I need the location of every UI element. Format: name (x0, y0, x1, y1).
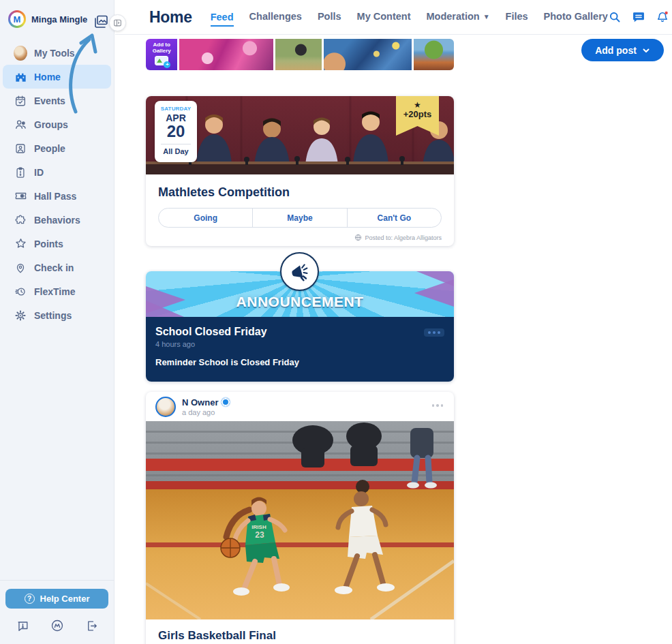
sidebar-item-hall-pass[interactable]: Hall Pass (0, 184, 114, 208)
announcement-text: Reminder School is Closed Friday (155, 357, 444, 367)
sidebar-item-my-tools[interactable]: My Tools (0, 41, 114, 65)
messages-icon[interactable] (632, 10, 645, 24)
notifications-bell-icon[interactable] (656, 10, 669, 24)
photo-gallery-icon[interactable] (93, 14, 109, 30)
megaphone-icon (280, 252, 319, 291)
rsvp-cant-go-button[interactable]: Can't Go (347, 209, 441, 227)
star-icon (14, 237, 27, 251)
brand-name: Minga Mingle (31, 14, 87, 25)
avatar[interactable] (155, 397, 176, 417)
announcement-title: School Closed Friday (155, 326, 444, 338)
post-photo-basketball[interactable]: IRISH 23 (146, 421, 454, 619)
event-photo: SATURDAY APR 20 All Day ★ +20pts (146, 96, 454, 174)
feedback-icon[interactable] (15, 618, 30, 633)
announcement-options-menu[interactable] (424, 328, 444, 337)
feed-content: Add to Gallery Add post (115, 35, 672, 644)
gear-icon (14, 309, 27, 322)
home-icon (14, 70, 27, 84)
add-to-gallery-tile[interactable]: Add to Gallery (146, 39, 177, 70)
announcement-card: ANNOUNCEMENT School Closed Friday 4 hour… (146, 271, 454, 382)
sidebar-item-flextime[interactable]: FlexTime (0, 279, 114, 303)
sidebar-collapse-button[interactable] (109, 14, 126, 31)
gallery-photo-painting[interactable] (324, 39, 412, 70)
tab-my-content[interactable]: My Content (357, 11, 411, 23)
verified-badge-icon (222, 398, 230, 406)
tab-bar: Feed Challenges Polls My Content Moderat… (211, 11, 608, 23)
sidebar-item-behaviors[interactable]: Behaviors (0, 208, 114, 232)
event-card: SATURDAY APR 20 All Day ★ +20pts Mathlet… (146, 96, 454, 246)
id-badge-icon (14, 166, 27, 179)
tab-feed[interactable]: Feed (211, 12, 234, 27)
globe-icon (354, 234, 362, 241)
event-date-badge: SATURDAY APR 20 All Day (155, 101, 197, 162)
rsvp-going-button[interactable]: Going (159, 209, 252, 227)
divider (0, 580, 114, 581)
svg-text:IRISH: IRISH (251, 524, 266, 530)
gallery-photo-party[interactable] (179, 39, 273, 70)
star-icon: ★ (396, 101, 439, 109)
event-title: Mathletes Competition (158, 185, 442, 200)
sidebar-item-home[interactable]: Home (3, 65, 111, 89)
notification-badge (665, 12, 667, 14)
logout-icon[interactable] (84, 618, 99, 633)
minga-logo: M (8, 10, 26, 28)
sidebar-item-people[interactable]: People (0, 136, 114, 160)
sidebar-nav: My Tools Home Events (0, 41, 114, 327)
tab-moderation[interactable]: Moderation ▼ (427, 11, 490, 23)
location-pin-icon (14, 261, 27, 275)
post-card: N Owner a day ago (146, 392, 454, 644)
post-author[interactable]: N Owner (182, 397, 218, 408)
tab-photo-gallery[interactable]: Photo Gallery (544, 11, 608, 23)
sidebar-header: M Minga Mingle (0, 0, 114, 38)
chevron-down-icon (642, 46, 650, 55)
sidebar-footer: ? Help Center (0, 580, 114, 644)
minga-logo-icon[interactable] (50, 618, 65, 633)
page-title: Home (149, 8, 192, 27)
chevron-down-icon: ▼ (483, 13, 490, 20)
add-post-button[interactable]: Add post (581, 39, 664, 61)
help-center-button[interactable]: ? Help Center (5, 589, 108, 609)
puzzle-icon (14, 213, 27, 227)
tab-files[interactable]: Files (506, 11, 528, 23)
people-icon (14, 142, 27, 155)
post-timestamp: a day ago (182, 408, 230, 416)
sidebar-item-events[interactable]: Events (0, 89, 114, 112)
rsvp-group: Going Maybe Can't Go (158, 208, 442, 228)
sidebar-item-points[interactable]: Points (0, 232, 114, 256)
sidebar: M Minga Mingle My Too (0, 0, 114, 644)
question-icon: ? (25, 594, 35, 604)
sidebar-item-check-in[interactable]: Check in (0, 256, 114, 279)
sidebar-item-settings[interactable]: Settings (0, 303, 114, 327)
app-window: M Minga Mingle My Too (0, 0, 672, 644)
gallery-photo-basketball[interactable] (275, 39, 322, 70)
posted-to-label: Posted to: Algebra Alligators (354, 234, 442, 241)
gallery-photo-tree-art[interactable] (414, 39, 454, 70)
photo-gallery-strip: Add to Gallery (146, 39, 454, 70)
post-header: N Owner a day ago (146, 392, 454, 421)
groups-icon (14, 118, 27, 132)
ticket-icon (14, 189, 27, 203)
my-tools-avatar (14, 46, 27, 60)
sidebar-item-id[interactable]: ID (0, 160, 114, 184)
topbar: Home Feed Challenges Polls My Content Mo… (115, 0, 672, 35)
announcement-banner-label: ANNOUNCEMENT (236, 294, 364, 310)
post-options-menu[interactable] (432, 404, 444, 407)
announcement-timestamp: 4 hours ago (155, 340, 444, 348)
clock-icon (14, 285, 27, 298)
calendar-icon (14, 94, 27, 108)
add-photo-icon (155, 56, 168, 65)
search-icon[interactable] (608, 10, 622, 24)
tab-polls[interactable]: Polls (318, 11, 341, 23)
post-title: Girls Basketball Final (158, 629, 442, 643)
tab-challenges[interactable]: Challenges (249, 11, 302, 23)
svg-text:23: 23 (255, 530, 264, 540)
announcement-body: School Closed Friday 4 hours ago Reminde… (146, 317, 454, 382)
sidebar-item-groups[interactable]: Groups (0, 112, 114, 136)
rsvp-maybe-button[interactable]: Maybe (252, 209, 346, 227)
